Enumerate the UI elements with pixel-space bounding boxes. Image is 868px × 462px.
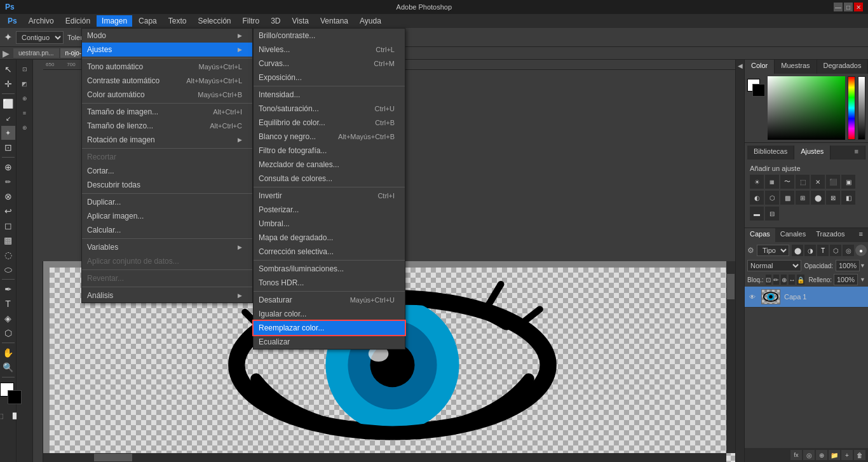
menu-cortar[interactable]: Cortar... [82,164,252,178]
submenu-exposicion[interactable]: Exposición... [254,71,405,85]
menu-imagen[interactable]: Imagen [97,15,132,27]
adj-levels[interactable]: ▦ [765,175,779,189]
layer-fx-icon[interactable]: fx [790,450,802,460]
submenu-sombras[interactable]: Sombras/iluminaciones... [254,262,405,276]
adj-photoflt[interactable]: ⬡ [765,191,779,205]
fill-input[interactable] [834,274,858,285]
color-spectrum[interactable] [768,76,845,140]
scroll-h[interactable] [43,453,726,462]
menu-descubrir[interactable]: Descubrir todas [82,178,252,192]
tab-ajustes[interactable]: Ajustes [794,146,831,160]
adj-exposure[interactable]: ⬚ [796,175,810,189]
layer-row[interactable]: 👁 Capa 1 [745,287,868,308]
submenu-filtrofoto[interactable]: Filtro de fotografía... [254,144,405,158]
sec-tool-1[interactable]: ⊡ [18,62,32,76]
sec-tool-4[interactable]: ≡ [18,106,32,120]
tool-heal[interactable]: ⊕ [1,160,15,174]
filter-type-icon[interactable]: T [817,245,829,256]
adj-invert[interactable]: ⬤ [811,191,825,205]
submenu-byn[interactable]: Blanco y negro... Alt+Mayús+Ctrl+B [254,130,405,144]
close-button[interactable]: ✕ [854,3,863,11]
scroll-v[interactable] [726,261,735,454]
layer-new-icon[interactable]: + [841,450,853,460]
contiguous-select[interactable]: Contiguo [16,31,64,44]
tool-lasso[interactable]: ↙ [1,111,15,125]
menu-tamano-lienzo[interactable]: Tamaño de lienzo... Alt+Ctrl+C [82,119,252,133]
menu-ajustes[interactable]: Ajustes [82,43,252,57]
tab-canales[interactable]: Canales [775,228,811,242]
filter-adjust-icon[interactable]: ◑ [804,245,816,256]
lock-all-icon[interactable]: 🔒 [797,275,804,285]
submenu-mezclador[interactable]: Mezclador de canales... [254,158,405,172]
filter-pixel-icon[interactable]: ⬤ [792,245,803,256]
tool-shape[interactable]: ⬡ [1,326,15,340]
submenu-intensidad[interactable]: Intensidad... [254,88,405,102]
fill-arrow[interactable]: ▼ [860,276,865,283]
adj-selective-color[interactable]: ⊟ [765,207,779,221]
tab-muestras[interactable]: Muestras [775,60,817,74]
lock-image-icon[interactable]: ✏ [773,275,779,285]
tool-quick-mask[interactable]: ⬚ [0,409,8,423]
menu-texto[interactable]: Texto [163,15,192,27]
tool-blur[interactable]: ◌ [1,248,15,262]
tool-move[interactable]: ✛ [1,77,15,91]
menu-edicion[interactable]: Edición [60,15,95,27]
tool-select-rect[interactable]: ⬜ [1,97,15,111]
adj-colorbalance[interactable]: ▣ [841,175,855,189]
lock-transparent-icon[interactable]: ⊡ [766,275,771,285]
tab-degradados[interactable]: Degradados [817,60,868,74]
submenu-invertir[interactable]: Invertir Ctrl+I [254,189,405,203]
submenu-curvas[interactable]: Curvas... Ctrl+M [254,57,405,71]
sec-tool-3[interactable]: ⊕ [18,92,32,105]
menu-duplicar[interactable]: Duplicar... [82,195,252,209]
menu-tamano-imagen[interactable]: Tamaño de imagen... Alt+Ctrl+I [82,105,252,119]
submenu-correccion-selectiva[interactable]: Corrección selectiva... [254,245,405,259]
menu-color-auto[interactable]: Color automático Mayús+Ctrl+B [82,88,252,102]
opacity-input[interactable] [836,260,860,271]
adj-bw[interactable]: ◐ [750,191,764,205]
submenu-posterizar[interactable]: Posterizar... [254,203,405,217]
tab-color[interactable]: Color [745,60,775,74]
sec-tool-5[interactable]: ⊛ [18,121,32,135]
menu-archivo[interactable]: Archivo [24,15,59,27]
tab-bibliotecas[interactable]: Bibliotecas [747,146,794,160]
submenu-reemplazar-color[interactable]: Reemplazar color... [254,321,405,335]
filter-shape-icon[interactable]: ⬡ [830,245,841,256]
hue-bar[interactable] [848,76,855,140]
submenu-tono[interactable]: Tono/saturación... Ctrl+U [254,102,405,116]
opacity-arrow[interactable]: ▼ [860,262,865,269]
tool-hand[interactable]: ✋ [1,346,15,360]
menu-ayuda[interactable]: Ayuda [355,15,386,27]
menu-modo[interactable]: Modo [82,29,252,43]
tab-trazados[interactable]: Trazados [811,228,850,242]
submenu-equilibrio[interactable]: Equilibrio de color... Ctrl+B [254,116,405,130]
submenu-umbral[interactable]: Umbral... [254,217,405,231]
fg-bg-colors[interactable] [0,383,22,404]
adj-threshold[interactable]: ◧ [841,191,855,205]
tool-brush[interactable]: ✏ [1,175,15,189]
menu-aplicar-imagen[interactable]: Aplicar imagen... [82,209,252,223]
tool-pen[interactable]: ✒ [1,282,15,296]
menu-3d[interactable]: 3D [266,15,285,27]
layer-delete-icon[interactable]: 🗑 [854,450,865,460]
adj-curves[interactable]: 〜 [780,175,794,189]
menu-tono-auto[interactable]: Tono automático Mayús+Ctrl+L [82,60,252,74]
panel-expand[interactable]: ◀ [735,60,744,462]
menu-ps[interactable]: Ps [3,15,22,27]
tool-dodge[interactable]: ⬭ [1,262,15,276]
submenu-ecualizar[interactable]: Ecualizar [254,335,405,349]
opacity-control[interactable]: ▼ [836,260,865,271]
scroll-v-thumb[interactable] [727,274,735,299]
tool-zoom[interactable]: 🔍 [1,360,15,374]
lock-position-icon[interactable]: ↔ [789,275,795,285]
menu-filtro[interactable]: Filtro [238,15,265,27]
layer-adj-icon[interactable]: ⊕ [816,450,827,460]
tool-gradient[interactable]: ▩ [1,233,15,247]
tab-capas[interactable]: Capas [745,228,775,242]
tool-text[interactable]: T [1,297,15,311]
adj-brightness[interactable]: ☀ [750,175,764,189]
blend-mode-select[interactable]: Normal [747,260,801,271]
scroll-h-thumb[interactable] [94,454,132,461]
tool-arrow[interactable]: ↖ [1,62,15,76]
tool-crop[interactable]: ⊡ [1,140,15,154]
